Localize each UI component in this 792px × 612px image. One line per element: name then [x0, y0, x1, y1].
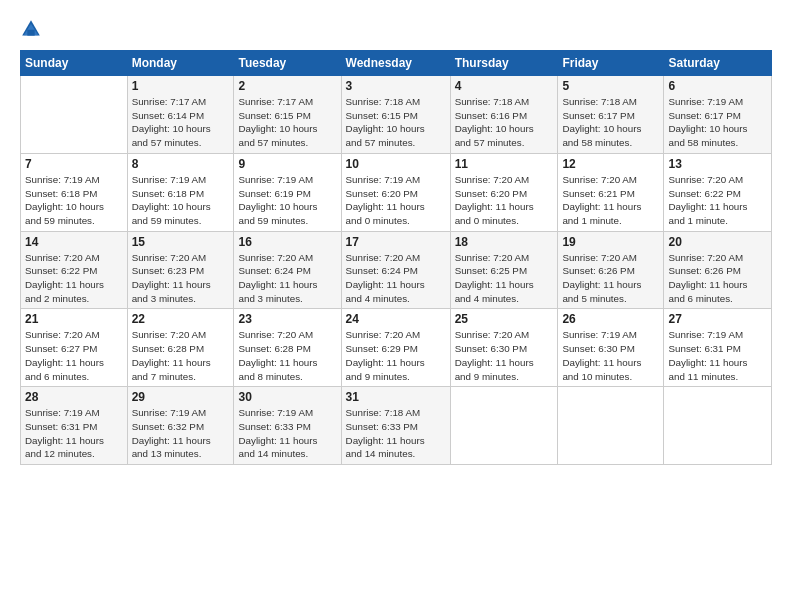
day-info: Sunrise: 7:20 AM Sunset: 6:26 PM Dayligh…	[668, 251, 767, 306]
day-info: Sunrise: 7:19 AM Sunset: 6:33 PM Dayligh…	[238, 406, 336, 461]
calendar-cell: 29Sunrise: 7:19 AM Sunset: 6:32 PM Dayli…	[127, 387, 234, 465]
day-number: 25	[455, 312, 554, 326]
calendar-cell: 16Sunrise: 7:20 AM Sunset: 6:24 PM Dayli…	[234, 231, 341, 309]
day-number: 10	[346, 157, 446, 171]
day-number: 7	[25, 157, 123, 171]
day-number: 19	[562, 235, 659, 249]
svg-rect-2	[27, 30, 34, 36]
day-number: 15	[132, 235, 230, 249]
day-info: Sunrise: 7:17 AM Sunset: 6:15 PM Dayligh…	[238, 95, 336, 150]
day-info: Sunrise: 7:17 AM Sunset: 6:14 PM Dayligh…	[132, 95, 230, 150]
day-number: 29	[132, 390, 230, 404]
day-info: Sunrise: 7:18 AM Sunset: 6:33 PM Dayligh…	[346, 406, 446, 461]
calendar-cell: 4Sunrise: 7:18 AM Sunset: 6:16 PM Daylig…	[450, 76, 558, 154]
day-info: Sunrise: 7:19 AM Sunset: 6:31 PM Dayligh…	[25, 406, 123, 461]
day-number: 16	[238, 235, 336, 249]
calendar-cell: 6Sunrise: 7:19 AM Sunset: 6:17 PM Daylig…	[664, 76, 772, 154]
day-number: 6	[668, 79, 767, 93]
day-info: Sunrise: 7:20 AM Sunset: 6:27 PM Dayligh…	[25, 328, 123, 383]
day-number: 30	[238, 390, 336, 404]
day-info: Sunrise: 7:20 AM Sunset: 6:24 PM Dayligh…	[238, 251, 336, 306]
calendar-cell: 18Sunrise: 7:20 AM Sunset: 6:25 PM Dayli…	[450, 231, 558, 309]
calendar-cell: 24Sunrise: 7:20 AM Sunset: 6:29 PM Dayli…	[341, 309, 450, 387]
day-number: 27	[668, 312, 767, 326]
day-number: 20	[668, 235, 767, 249]
calendar-cell: 5Sunrise: 7:18 AM Sunset: 6:17 PM Daylig…	[558, 76, 664, 154]
calendar-cell: 11Sunrise: 7:20 AM Sunset: 6:20 PM Dayli…	[450, 153, 558, 231]
calendar-cell: 14Sunrise: 7:20 AM Sunset: 6:22 PM Dayli…	[21, 231, 128, 309]
day-number: 31	[346, 390, 446, 404]
day-info: Sunrise: 7:20 AM Sunset: 6:24 PM Dayligh…	[346, 251, 446, 306]
day-number: 4	[455, 79, 554, 93]
day-number: 17	[346, 235, 446, 249]
day-number: 23	[238, 312, 336, 326]
calendar-cell: 23Sunrise: 7:20 AM Sunset: 6:28 PM Dayli…	[234, 309, 341, 387]
day-info: Sunrise: 7:19 AM Sunset: 6:31 PM Dayligh…	[668, 328, 767, 383]
day-number: 11	[455, 157, 554, 171]
calendar-page: SundayMondayTuesdayWednesdayThursdayFrid…	[0, 0, 792, 612]
calendar-body: 1Sunrise: 7:17 AM Sunset: 6:14 PM Daylig…	[21, 76, 772, 465]
calendar-cell: 21Sunrise: 7:20 AM Sunset: 6:27 PM Dayli…	[21, 309, 128, 387]
column-header-saturday: Saturday	[664, 51, 772, 76]
column-header-thursday: Thursday	[450, 51, 558, 76]
day-info: Sunrise: 7:18 AM Sunset: 6:17 PM Dayligh…	[562, 95, 659, 150]
calendar-table: SundayMondayTuesdayWednesdayThursdayFrid…	[20, 50, 772, 465]
day-number: 26	[562, 312, 659, 326]
calendar-cell: 10Sunrise: 7:19 AM Sunset: 6:20 PM Dayli…	[341, 153, 450, 231]
column-header-monday: Monday	[127, 51, 234, 76]
calendar-cell: 25Sunrise: 7:20 AM Sunset: 6:30 PM Dayli…	[450, 309, 558, 387]
calendar-week-2: 7Sunrise: 7:19 AM Sunset: 6:18 PM Daylig…	[21, 153, 772, 231]
day-number: 14	[25, 235, 123, 249]
day-info: Sunrise: 7:20 AM Sunset: 6:28 PM Dayligh…	[132, 328, 230, 383]
day-info: Sunrise: 7:18 AM Sunset: 6:15 PM Dayligh…	[346, 95, 446, 150]
day-number: 9	[238, 157, 336, 171]
header	[20, 18, 772, 40]
calendar-cell: 20Sunrise: 7:20 AM Sunset: 6:26 PM Dayli…	[664, 231, 772, 309]
day-number: 28	[25, 390, 123, 404]
day-info: Sunrise: 7:20 AM Sunset: 6:28 PM Dayligh…	[238, 328, 336, 383]
day-number: 1	[132, 79, 230, 93]
calendar-cell: 3Sunrise: 7:18 AM Sunset: 6:15 PM Daylig…	[341, 76, 450, 154]
day-info: Sunrise: 7:19 AM Sunset: 6:17 PM Dayligh…	[668, 95, 767, 150]
calendar-cell: 31Sunrise: 7:18 AM Sunset: 6:33 PM Dayli…	[341, 387, 450, 465]
calendar-cell: 7Sunrise: 7:19 AM Sunset: 6:18 PM Daylig…	[21, 153, 128, 231]
calendar-cell: 9Sunrise: 7:19 AM Sunset: 6:19 PM Daylig…	[234, 153, 341, 231]
calendar-cell	[450, 387, 558, 465]
day-info: Sunrise: 7:20 AM Sunset: 6:29 PM Dayligh…	[346, 328, 446, 383]
calendar-week-5: 28Sunrise: 7:19 AM Sunset: 6:31 PM Dayli…	[21, 387, 772, 465]
calendar-cell	[558, 387, 664, 465]
logo-area	[20, 18, 44, 40]
calendar-cell: 27Sunrise: 7:19 AM Sunset: 6:31 PM Dayli…	[664, 309, 772, 387]
day-info: Sunrise: 7:20 AM Sunset: 6:25 PM Dayligh…	[455, 251, 554, 306]
calendar-cell: 8Sunrise: 7:19 AM Sunset: 6:18 PM Daylig…	[127, 153, 234, 231]
day-number: 8	[132, 157, 230, 171]
day-info: Sunrise: 7:20 AM Sunset: 6:22 PM Dayligh…	[25, 251, 123, 306]
day-number: 5	[562, 79, 659, 93]
day-info: Sunrise: 7:20 AM Sunset: 6:22 PM Dayligh…	[668, 173, 767, 228]
day-info: Sunrise: 7:19 AM Sunset: 6:19 PM Dayligh…	[238, 173, 336, 228]
day-number: 3	[346, 79, 446, 93]
calendar-cell	[21, 76, 128, 154]
calendar-cell	[664, 387, 772, 465]
day-info: Sunrise: 7:18 AM Sunset: 6:16 PM Dayligh…	[455, 95, 554, 150]
day-number: 21	[25, 312, 123, 326]
calendar-header-row: SundayMondayTuesdayWednesdayThursdayFrid…	[21, 51, 772, 76]
calendar-week-3: 14Sunrise: 7:20 AM Sunset: 6:22 PM Dayli…	[21, 231, 772, 309]
day-info: Sunrise: 7:20 AM Sunset: 6:30 PM Dayligh…	[455, 328, 554, 383]
calendar-cell: 26Sunrise: 7:19 AM Sunset: 6:30 PM Dayli…	[558, 309, 664, 387]
calendar-cell: 12Sunrise: 7:20 AM Sunset: 6:21 PM Dayli…	[558, 153, 664, 231]
day-number: 12	[562, 157, 659, 171]
day-info: Sunrise: 7:19 AM Sunset: 6:18 PM Dayligh…	[25, 173, 123, 228]
calendar-week-4: 21Sunrise: 7:20 AM Sunset: 6:27 PM Dayli…	[21, 309, 772, 387]
day-number: 22	[132, 312, 230, 326]
calendar-cell: 13Sunrise: 7:20 AM Sunset: 6:22 PM Dayli…	[664, 153, 772, 231]
calendar-cell: 28Sunrise: 7:19 AM Sunset: 6:31 PM Dayli…	[21, 387, 128, 465]
day-info: Sunrise: 7:19 AM Sunset: 6:18 PM Dayligh…	[132, 173, 230, 228]
calendar-cell: 30Sunrise: 7:19 AM Sunset: 6:33 PM Dayli…	[234, 387, 341, 465]
day-number: 2	[238, 79, 336, 93]
calendar-cell: 17Sunrise: 7:20 AM Sunset: 6:24 PM Dayli…	[341, 231, 450, 309]
logo-icon	[20, 18, 42, 40]
day-info: Sunrise: 7:19 AM Sunset: 6:32 PM Dayligh…	[132, 406, 230, 461]
day-info: Sunrise: 7:20 AM Sunset: 6:23 PM Dayligh…	[132, 251, 230, 306]
column-header-wednesday: Wednesday	[341, 51, 450, 76]
